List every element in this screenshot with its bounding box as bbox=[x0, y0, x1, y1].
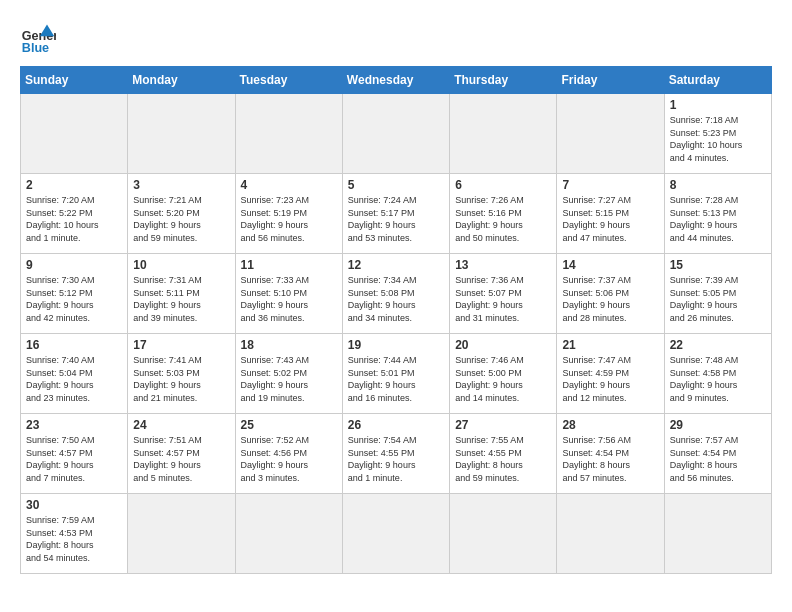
calendar-cell bbox=[557, 494, 664, 574]
cell-info: Sunrise: 7:21 AM Sunset: 5:20 PM Dayligh… bbox=[133, 194, 229, 244]
day-number: 21 bbox=[562, 338, 658, 352]
calendar-cell: 10Sunrise: 7:31 AM Sunset: 5:11 PM Dayli… bbox=[128, 254, 235, 334]
calendar-cell: 5Sunrise: 7:24 AM Sunset: 5:17 PM Daylig… bbox=[342, 174, 449, 254]
calendar-cell: 30Sunrise: 7:59 AM Sunset: 4:53 PM Dayli… bbox=[21, 494, 128, 574]
calendar-cell: 26Sunrise: 7:54 AM Sunset: 4:55 PM Dayli… bbox=[342, 414, 449, 494]
cell-info: Sunrise: 7:28 AM Sunset: 5:13 PM Dayligh… bbox=[670, 194, 766, 244]
day-number: 10 bbox=[133, 258, 229, 272]
cell-info: Sunrise: 7:36 AM Sunset: 5:07 PM Dayligh… bbox=[455, 274, 551, 324]
calendar-cell: 9Sunrise: 7:30 AM Sunset: 5:12 PM Daylig… bbox=[21, 254, 128, 334]
calendar-cell: 16Sunrise: 7:40 AM Sunset: 5:04 PM Dayli… bbox=[21, 334, 128, 414]
calendar-cell: 17Sunrise: 7:41 AM Sunset: 5:03 PM Dayli… bbox=[128, 334, 235, 414]
calendar-cell: 8Sunrise: 7:28 AM Sunset: 5:13 PM Daylig… bbox=[664, 174, 771, 254]
cell-info: Sunrise: 7:56 AM Sunset: 4:54 PM Dayligh… bbox=[562, 434, 658, 484]
calendar-cell: 7Sunrise: 7:27 AM Sunset: 5:15 PM Daylig… bbox=[557, 174, 664, 254]
calendar-cell bbox=[450, 494, 557, 574]
cell-info: Sunrise: 7:27 AM Sunset: 5:15 PM Dayligh… bbox=[562, 194, 658, 244]
day-number: 13 bbox=[455, 258, 551, 272]
calendar-cell: 18Sunrise: 7:43 AM Sunset: 5:02 PM Dayli… bbox=[235, 334, 342, 414]
day-header-monday: Monday bbox=[128, 67, 235, 94]
calendar-cell: 11Sunrise: 7:33 AM Sunset: 5:10 PM Dayli… bbox=[235, 254, 342, 334]
calendar-header: SundayMondayTuesdayWednesdayThursdayFrid… bbox=[21, 67, 772, 94]
calendar-body: 1Sunrise: 7:18 AM Sunset: 5:23 PM Daylig… bbox=[21, 94, 772, 574]
day-number: 26 bbox=[348, 418, 444, 432]
day-number: 16 bbox=[26, 338, 122, 352]
cell-info: Sunrise: 7:50 AM Sunset: 4:57 PM Dayligh… bbox=[26, 434, 122, 484]
calendar-cell: 2Sunrise: 7:20 AM Sunset: 5:22 PM Daylig… bbox=[21, 174, 128, 254]
day-number: 5 bbox=[348, 178, 444, 192]
day-number: 25 bbox=[241, 418, 337, 432]
cell-info: Sunrise: 7:34 AM Sunset: 5:08 PM Dayligh… bbox=[348, 274, 444, 324]
page-header: General Blue bbox=[20, 20, 772, 56]
logo: General Blue bbox=[20, 20, 56, 56]
day-number: 18 bbox=[241, 338, 337, 352]
day-number: 2 bbox=[26, 178, 122, 192]
calendar-cell: 27Sunrise: 7:55 AM Sunset: 4:55 PM Dayli… bbox=[450, 414, 557, 494]
day-number: 9 bbox=[26, 258, 122, 272]
week-row-6: 30Sunrise: 7:59 AM Sunset: 4:53 PM Dayli… bbox=[21, 494, 772, 574]
day-number: 1 bbox=[670, 98, 766, 112]
cell-info: Sunrise: 7:37 AM Sunset: 5:06 PM Dayligh… bbox=[562, 274, 658, 324]
calendar-cell: 24Sunrise: 7:51 AM Sunset: 4:57 PM Dayli… bbox=[128, 414, 235, 494]
cell-info: Sunrise: 7:46 AM Sunset: 5:00 PM Dayligh… bbox=[455, 354, 551, 404]
day-header-thursday: Thursday bbox=[450, 67, 557, 94]
week-row-3: 9Sunrise: 7:30 AM Sunset: 5:12 PM Daylig… bbox=[21, 254, 772, 334]
calendar-cell: 23Sunrise: 7:50 AM Sunset: 4:57 PM Dayli… bbox=[21, 414, 128, 494]
day-number: 22 bbox=[670, 338, 766, 352]
day-number: 7 bbox=[562, 178, 658, 192]
day-header-tuesday: Tuesday bbox=[235, 67, 342, 94]
day-number: 15 bbox=[670, 258, 766, 272]
svg-text:Blue: Blue bbox=[22, 41, 49, 55]
calendar-cell: 13Sunrise: 7:36 AM Sunset: 5:07 PM Dayli… bbox=[450, 254, 557, 334]
calendar-cell bbox=[450, 94, 557, 174]
week-row-5: 23Sunrise: 7:50 AM Sunset: 4:57 PM Dayli… bbox=[21, 414, 772, 494]
day-header-wednesday: Wednesday bbox=[342, 67, 449, 94]
calendar-cell: 21Sunrise: 7:47 AM Sunset: 4:59 PM Dayli… bbox=[557, 334, 664, 414]
calendar-cell: 14Sunrise: 7:37 AM Sunset: 5:06 PM Dayli… bbox=[557, 254, 664, 334]
cell-info: Sunrise: 7:33 AM Sunset: 5:10 PM Dayligh… bbox=[241, 274, 337, 324]
calendar-cell bbox=[342, 494, 449, 574]
week-row-4: 16Sunrise: 7:40 AM Sunset: 5:04 PM Dayli… bbox=[21, 334, 772, 414]
calendar-cell: 12Sunrise: 7:34 AM Sunset: 5:08 PM Dayli… bbox=[342, 254, 449, 334]
calendar-cell: 20Sunrise: 7:46 AM Sunset: 5:00 PM Dayli… bbox=[450, 334, 557, 414]
calendar-cell: 29Sunrise: 7:57 AM Sunset: 4:54 PM Dayli… bbox=[664, 414, 771, 494]
cell-info: Sunrise: 7:52 AM Sunset: 4:56 PM Dayligh… bbox=[241, 434, 337, 484]
day-number: 4 bbox=[241, 178, 337, 192]
cell-info: Sunrise: 7:44 AM Sunset: 5:01 PM Dayligh… bbox=[348, 354, 444, 404]
calendar-cell bbox=[557, 94, 664, 174]
day-header-friday: Friday bbox=[557, 67, 664, 94]
day-number: 20 bbox=[455, 338, 551, 352]
calendar-cell: 1Sunrise: 7:18 AM Sunset: 5:23 PM Daylig… bbox=[664, 94, 771, 174]
cell-info: Sunrise: 7:18 AM Sunset: 5:23 PM Dayligh… bbox=[670, 114, 766, 164]
day-number: 12 bbox=[348, 258, 444, 272]
day-number: 27 bbox=[455, 418, 551, 432]
cell-info: Sunrise: 7:43 AM Sunset: 5:02 PM Dayligh… bbox=[241, 354, 337, 404]
cell-info: Sunrise: 7:20 AM Sunset: 5:22 PM Dayligh… bbox=[26, 194, 122, 244]
day-number: 14 bbox=[562, 258, 658, 272]
day-number: 11 bbox=[241, 258, 337, 272]
day-number: 30 bbox=[26, 498, 122, 512]
cell-info: Sunrise: 7:30 AM Sunset: 5:12 PM Dayligh… bbox=[26, 274, 122, 324]
calendar-cell bbox=[235, 94, 342, 174]
calendar-cell: 25Sunrise: 7:52 AM Sunset: 4:56 PM Dayli… bbox=[235, 414, 342, 494]
calendar-cell bbox=[664, 494, 771, 574]
logo-icon: General Blue bbox=[20, 20, 56, 56]
week-row-2: 2Sunrise: 7:20 AM Sunset: 5:22 PM Daylig… bbox=[21, 174, 772, 254]
day-number: 3 bbox=[133, 178, 229, 192]
cell-info: Sunrise: 7:47 AM Sunset: 4:59 PM Dayligh… bbox=[562, 354, 658, 404]
cell-info: Sunrise: 7:51 AM Sunset: 4:57 PM Dayligh… bbox=[133, 434, 229, 484]
calendar-cell bbox=[21, 94, 128, 174]
day-number: 6 bbox=[455, 178, 551, 192]
cell-info: Sunrise: 7:40 AM Sunset: 5:04 PM Dayligh… bbox=[26, 354, 122, 404]
header-row: SundayMondayTuesdayWednesdayThursdayFrid… bbox=[21, 67, 772, 94]
cell-info: Sunrise: 7:26 AM Sunset: 5:16 PM Dayligh… bbox=[455, 194, 551, 244]
cell-info: Sunrise: 7:55 AM Sunset: 4:55 PM Dayligh… bbox=[455, 434, 551, 484]
calendar-cell: 4Sunrise: 7:23 AM Sunset: 5:19 PM Daylig… bbox=[235, 174, 342, 254]
calendar-cell: 3Sunrise: 7:21 AM Sunset: 5:20 PM Daylig… bbox=[128, 174, 235, 254]
day-number: 28 bbox=[562, 418, 658, 432]
cell-info: Sunrise: 7:39 AM Sunset: 5:05 PM Dayligh… bbox=[670, 274, 766, 324]
cell-info: Sunrise: 7:48 AM Sunset: 4:58 PM Dayligh… bbox=[670, 354, 766, 404]
cell-info: Sunrise: 7:57 AM Sunset: 4:54 PM Dayligh… bbox=[670, 434, 766, 484]
calendar-cell: 28Sunrise: 7:56 AM Sunset: 4:54 PM Dayli… bbox=[557, 414, 664, 494]
calendar-cell bbox=[235, 494, 342, 574]
